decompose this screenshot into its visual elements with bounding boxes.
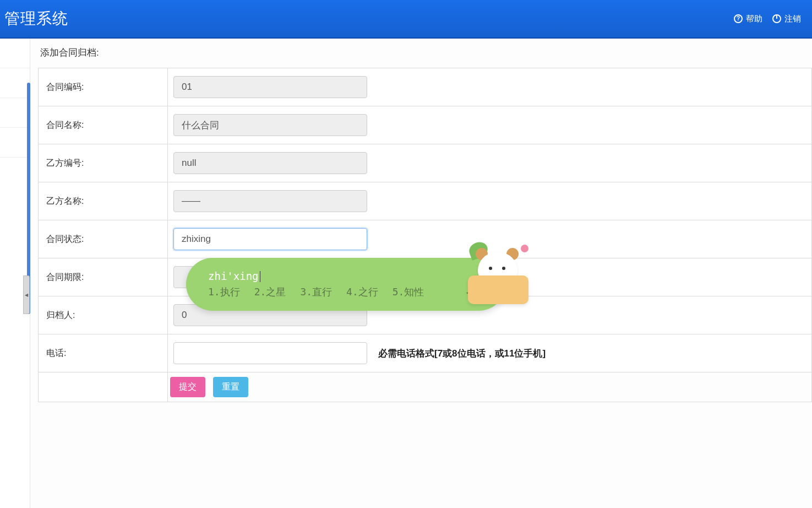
row-contract-name: 合同名称: <box>39 106 812 144</box>
ime-mascot <box>461 242 538 309</box>
header-actions: ? 帮助 注销 <box>734 14 801 24</box>
ime-candidate[interactable]: 5.知性 <box>393 285 424 299</box>
row-phone: 电话: 必需电话格式[7或8位电话，或11位手机] <box>39 334 812 372</box>
help-label: 帮助 <box>746 14 762 24</box>
cell-contract-name <box>168 106 812 144</box>
input-partyb-name[interactable] <box>173 190 367 212</box>
label-contract-status: 合同状态: <box>39 220 168 258</box>
ime-candidate-bar: zhi'xing 1.执行 2.之星 3.直行 4.之行 5.知性 ◀ ▶ ▾ <box>186 258 505 311</box>
label-archiver: 归档人: <box>39 296 168 334</box>
label-contract-code: 合同编码: <box>39 68 168 106</box>
sidebar <box>0 39 30 508</box>
sidebar-item[interactable] <box>0 68 30 98</box>
row-buttons: 提交 重置 <box>39 372 812 402</box>
cell-buttons: 提交 重置 <box>168 372 812 402</box>
row-contract-code: 合同编码: <box>39 68 812 106</box>
input-contract-status[interactable] <box>173 228 367 250</box>
help-icon: ? <box>734 14 743 23</box>
label-partyb-code: 乙方编号: <box>39 144 168 182</box>
row-partyb-name: 乙方名称: <box>39 182 812 220</box>
phone-hint: 必需电话格式[7或8位电话，或11位手机] <box>378 347 546 360</box>
input-phone[interactable] <box>173 342 367 364</box>
ime-candidate[interactable]: 3.直行 <box>300 285 332 299</box>
cell-partyb-name <box>168 182 812 220</box>
ime-candidate[interactable]: 4.之行 <box>346 285 378 299</box>
ime-composing-text: zhi'xing <box>208 270 483 283</box>
label-contract-term: 合同期限: <box>39 258 168 296</box>
sidebar-item[interactable] <box>0 98 30 128</box>
ime-candidate-list: 1.执行 2.之星 3.直行 4.之行 5.知性 ◀ ▶ ▾ <box>208 285 483 299</box>
power-icon <box>772 14 781 23</box>
cell-contract-code <box>168 68 812 106</box>
row-contract-status: 合同状态: <box>39 220 812 258</box>
ime-candidate[interactable]: 1.执行 <box>208 285 240 299</box>
label-phone: 电话: <box>39 334 168 372</box>
logout-label: 注销 <box>784 14 801 24</box>
ime-candidate[interactable]: 2.之星 <box>254 285 286 299</box>
input-contract-code[interactable] <box>173 76 367 98</box>
reset-button[interactable]: 重置 <box>213 377 248 397</box>
app-header: 管理系统 ? 帮助 注销 <box>0 0 812 39</box>
submit-button[interactable]: 提交 <box>170 377 205 397</box>
cell-partyb-code <box>168 144 812 182</box>
label-partyb-name: 乙方名称: <box>39 182 168 220</box>
app-title: 管理系统 <box>4 8 68 29</box>
cell-phone: 必需电话格式[7或8位电话，或11位手机] <box>168 334 812 372</box>
row-partyb-code: 乙方编号: <box>39 144 812 182</box>
input-contract-name[interactable] <box>173 114 367 136</box>
form-title: 添加合同归档: <box>38 46 812 59</box>
form-table: 合同编码: 合同名称: 乙方编号: 乙方名称: <box>38 68 812 402</box>
input-partyb-code[interactable] <box>173 152 367 174</box>
sidebar-item[interactable] <box>0 39 30 68</box>
sidebar-collapse-handle[interactable] <box>23 275 30 314</box>
sidebar-item[interactable] <box>0 128 30 158</box>
help-button[interactable]: ? 帮助 <box>734 14 762 24</box>
label-contract-name: 合同名称: <box>39 106 168 144</box>
logout-button[interactable]: 注销 <box>772 14 801 24</box>
